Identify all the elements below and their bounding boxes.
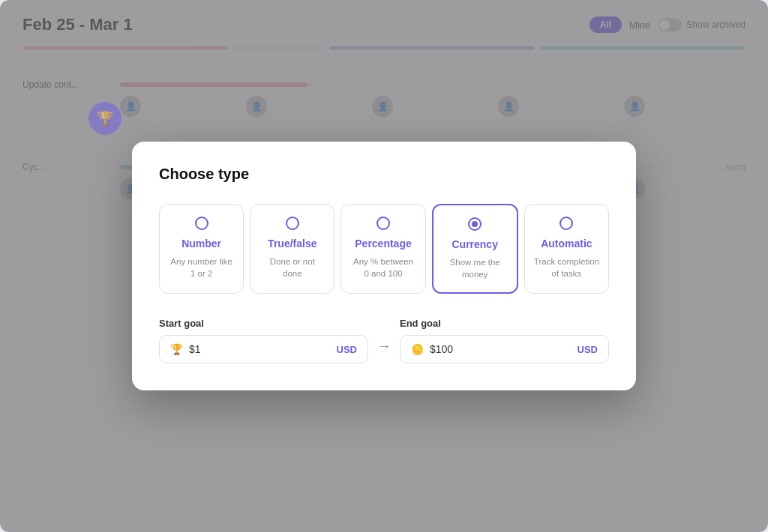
type-option-truefalse[interactable]: True/false Done or not done	[250, 204, 334, 294]
end-coin-icon: 🪙	[411, 343, 424, 355]
type-option-automatic[interactable]: Automatic Track completion of tasks	[524, 204, 609, 294]
radio-automatic	[560, 217, 573, 230]
type-option-percentage[interactable]: Percentage Any % between 0 and 100	[340, 204, 425, 294]
type-option-number[interactable]: Number Any number like 1 or 2	[159, 204, 244, 294]
type-options-container: Number Any number like 1 or 2 True/false…	[159, 204, 609, 294]
type-name-number: Number	[182, 238, 221, 250]
radio-number	[195, 217, 208, 230]
start-goal-input[interactable]	[189, 343, 331, 355]
radio-truefalse	[286, 217, 299, 230]
modal-dialog: Choose type Number Any number like 1 or …	[132, 142, 636, 390]
type-desc-currency: Show me the money	[442, 256, 508, 280]
modal-overlay: Choose type Number Any number like 1 or …	[0, 0, 768, 532]
type-desc-automatic: Track completion of tasks	[534, 256, 599, 279]
end-goal-label: End goal	[400, 318, 609, 329]
type-name-truefalse: True/false	[268, 238, 316, 250]
radio-percentage	[376, 217, 390, 230]
start-goal-label: Start goal	[159, 318, 368, 329]
goal-row: Start goal 🏆 USD → End goal 🪙 USD	[159, 318, 609, 363]
radio-currency	[468, 217, 482, 231]
type-desc-percentage: Any % between 0 and 100	[350, 256, 416, 279]
end-goal-input[interactable]	[430, 343, 572, 355]
start-goal-input-wrap: 🏆 USD	[159, 335, 368, 363]
start-trophy-icon: 🏆	[170, 343, 183, 355]
end-currency-label: USD	[578, 344, 598, 355]
end-goal-group: End goal 🪙 USD	[400, 318, 609, 363]
start-goal-group: Start goal 🏆 USD	[159, 318, 368, 363]
type-desc-number: Any number like 1 or 2	[169, 256, 234, 279]
type-name-currency: Currency	[452, 238, 497, 250]
type-name-automatic: Automatic	[541, 238, 592, 250]
trophy-badge: 🏆	[88, 102, 122, 135]
start-currency-label: USD	[337, 344, 357, 355]
type-desc-truefalse: Done or not done	[260, 256, 325, 279]
type-option-currency[interactable]: Currency Show me the money	[432, 204, 518, 294]
type-name-percentage: Percentage	[355, 238, 411, 250]
arrow-separator: →	[377, 339, 391, 354]
modal-title: Choose type	[159, 166, 609, 183]
end-goal-input-wrap: 🪙 USD	[400, 335, 609, 363]
